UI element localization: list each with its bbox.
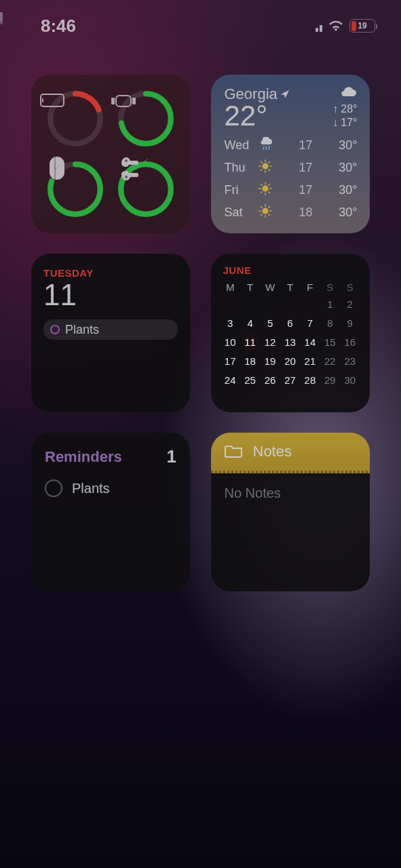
calendar-header: T [280, 281, 300, 293]
calendar-day[interactable]: 9 [340, 316, 360, 331]
battery-ring-airpods-case [44, 158, 107, 220]
calendar-day[interactable]: 25 [240, 373, 260, 388]
batteries-widget[interactable]: ⚡︎ [31, 75, 190, 233]
forecast-low: 17 [286, 183, 313, 197]
calendar-empty [280, 297, 300, 312]
calendar-day[interactable]: 29 [320, 373, 340, 388]
calendar-day[interactable]: 15 [320, 335, 340, 350]
svg-line-27 [269, 170, 270, 171]
cloud-icon [339, 85, 358, 100]
today-day-of-week: TUESDAY [43, 267, 178, 279]
calendar-header: W [260, 281, 280, 293]
calendar-day[interactable]: 16 [340, 335, 360, 350]
watch-icon [115, 87, 177, 150]
reminder-item[interactable]: Plants [45, 479, 176, 497]
calendar-day[interactable]: 12 [260, 335, 280, 350]
forecast-high: 30° [313, 161, 358, 175]
today-event-pill[interactable]: Plants [43, 319, 178, 340]
calendar-day[interactable]: 18 [240, 354, 260, 369]
svg-point-30 [262, 186, 268, 192]
calendar-day[interactable]: 21 [300, 354, 320, 369]
notes-empty-text: No Notes [211, 473, 370, 591]
location-arrow-icon [280, 89, 290, 100]
svg-rect-3 [42, 98, 43, 102]
calendar-day[interactable]: 2 [340, 297, 360, 312]
calendar-day[interactable]: 5 [260, 316, 280, 331]
svg-line-26 [261, 162, 262, 163]
forecast-day: Wed [225, 138, 259, 153]
forecast-low: 17 [286, 161, 313, 175]
calendar-header: S [320, 281, 340, 293]
battery-percent: 19 [350, 21, 375, 31]
wifi-icon [328, 20, 344, 32]
calendar-day[interactable]: 28 [300, 373, 320, 388]
svg-line-44 [261, 207, 262, 208]
calendar-day[interactable]: 20 [280, 354, 300, 369]
calendar-day[interactable]: 10 [221, 335, 240, 350]
calendar-day[interactable]: 4 [240, 316, 260, 331]
battery-icon: 19 [349, 19, 375, 33]
calendar-day[interactable]: 1 [320, 297, 340, 312]
svg-line-37 [269, 184, 270, 186]
forecast-low: 18 [286, 205, 313, 220]
calendar-day[interactable]: 27 [280, 373, 300, 388]
calendar-day[interactable]: 3 [221, 316, 240, 331]
svg-line-29 [261, 170, 262, 171]
month-title: JUNE [221, 264, 360, 276]
forecast-high: 30° [313, 205, 358, 220]
airpods-case-icon [44, 158, 107, 220]
weather-low: ↓17° [332, 117, 357, 129]
calendar-day[interactable]: 23 [340, 354, 360, 369]
calendar-month-widget[interactable]: JUNE MTWTFSS1234567891011121314151617181… [211, 254, 370, 412]
svg-line-45 [269, 214, 270, 216]
weather-widget[interactable]: Georgia 22° ↑28° ↓17° Wed1730°Thu1730°Fr… [211, 75, 370, 233]
weather-current-temp: 22° [225, 102, 290, 130]
calendar-day[interactable]: 13 [280, 335, 300, 350]
forecast-day: Sat [225, 205, 259, 220]
calendar-today-widget[interactable]: TUESDAY 11 Plants [31, 254, 190, 412]
svg-point-17 [125, 159, 128, 162]
notes-widget[interactable]: Notes No Notes [211, 433, 370, 591]
arrow-down-icon: ↓ [332, 117, 338, 129]
calendar-day[interactable]: 22 [320, 354, 340, 369]
svg-rect-8 [132, 98, 136, 104]
calendar-empty [221, 297, 240, 312]
forecast-row: Sat1830° [225, 204, 358, 221]
calendar-day[interactable]: 6 [280, 316, 300, 331]
reminders-count: 1 [167, 446, 176, 467]
reminders-title: Reminders [45, 448, 122, 466]
svg-point-39 [262, 208, 268, 214]
reminders-widget[interactable]: Reminders 1 Plants [31, 433, 190, 591]
forecast-sun-icon [259, 159, 286, 176]
calendar-empty [260, 297, 280, 312]
reminder-item-label: Plants [72, 481, 110, 496]
calendar-header: F [300, 281, 320, 293]
forecast-sun-icon [259, 204, 286, 221]
forecast-row: Fri1730° [225, 182, 358, 199]
status-indicators: 19 [316, 19, 375, 33]
status-bar: 8:46 19 [0, 12, 401, 39]
notes-title: Notes [253, 443, 292, 460]
calendar-day[interactable]: 8 [320, 316, 340, 331]
forecast-day: Fri [225, 183, 259, 197]
calendar-day[interactable]: 26 [260, 373, 280, 388]
calendar-empty [240, 297, 260, 312]
calendar-day[interactable]: 19 [260, 354, 280, 369]
iphone-icon [44, 87, 107, 150]
svg-rect-11 [50, 157, 64, 180]
today-day-number: 11 [43, 280, 178, 310]
calendar-header: M [221, 281, 240, 293]
calendar-day[interactable]: 7 [300, 316, 320, 331]
calendar-day[interactable]: 30 [340, 373, 360, 388]
reminder-checkbox-icon[interactable] [45, 479, 62, 497]
calendar-empty [300, 297, 320, 312]
calendar-day[interactable]: 17 [221, 354, 240, 369]
svg-point-13 [55, 167, 56, 169]
svg-line-19 [266, 146, 267, 149]
calendar-day[interactable]: 24 [221, 373, 240, 388]
svg-rect-6 [116, 96, 131, 106]
forecast-row: Wed1730° [225, 137, 358, 154]
calendar-day[interactable]: 11 [240, 335, 260, 350]
event-bullet-icon [50, 325, 60, 334]
calendar-day[interactable]: 14 [300, 335, 320, 350]
